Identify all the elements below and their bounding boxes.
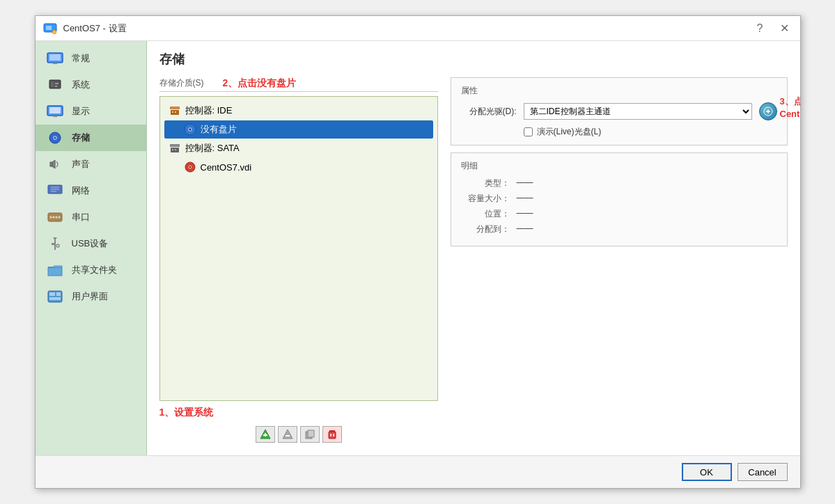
attributes-title: 属性	[461, 85, 777, 97]
main-content: 常规 系统	[36, 41, 800, 455]
attributes-panel: 属性 分配光驱(D): 第二IDE控制器主通道	[451, 77, 788, 446]
svg-point-16	[54, 137, 56, 139]
no-disk-label: 没有盘片	[201, 123, 237, 136]
ide-controller-label: 控制器: IDE	[185, 104, 233, 117]
live-cd-row: 演示(Live)光盘(L)	[524, 126, 777, 138]
svg-point-3	[53, 31, 56, 33]
sidebar-label-storage: 存储	[72, 132, 90, 144]
svg-rect-1	[46, 26, 52, 30]
svg-rect-32	[49, 292, 55, 296]
capacity-value: ——	[517, 193, 533, 205]
ui-icon	[45, 289, 65, 304]
type-label: 类型：	[461, 178, 510, 189]
folder-icon	[45, 262, 65, 278]
vdi-label: CentOS7.vdi	[201, 162, 252, 173]
svg-point-46	[189, 166, 191, 168]
media-toolbar	[159, 423, 438, 446]
svg-point-26	[58, 216, 60, 219]
sidebar-label-system: 系统	[72, 79, 90, 91]
columns: 存储介质(S) 2、点击没有盘片	[159, 77, 788, 446]
sidebar: 常规 系统	[36, 41, 147, 455]
live-cd-label: 演示(Live)光盘(L)	[537, 126, 602, 138]
live-cd-checkbox[interactable]	[524, 127, 533, 136]
sidebar-label-usb: USB设备	[72, 237, 109, 250]
sidebar-item-serial[interactable]: 串口	[36, 204, 146, 230]
tree-sata-controller[interactable]: 控制器: SATA	[164, 139, 433, 158]
sidebar-item-network[interactable]: 网络	[36, 178, 146, 204]
type-row: 类型： ——	[461, 178, 777, 189]
audio-icon	[45, 157, 65, 172]
svg-rect-43	[175, 149, 176, 150]
svg-rect-8	[51, 81, 54, 87]
svg-rect-9	[55, 83, 58, 84]
system-icon	[45, 77, 65, 93]
sidebar-item-usb[interactable]: USB设备	[36, 230, 146, 257]
storage-icon	[45, 130, 65, 145]
tree-no-disk[interactable]: 没有盘片	[164, 120, 433, 139]
location-row: 位置： ——	[461, 208, 777, 220]
svg-marker-28	[53, 237, 57, 240]
svg-rect-55	[329, 432, 336, 439]
sidebar-label-display: 显示	[72, 105, 90, 118]
drive-label: 分配光驱(D):	[461, 106, 517, 118]
capacity-label: 容量大小：	[461, 193, 510, 205]
sidebar-item-shared[interactable]: 共享文件夹	[36, 257, 146, 283]
attributes-section: 属性 分配光驱(D): 第二IDE控制器主通道	[451, 77, 788, 145]
bottom-bar: OK Cancel	[36, 455, 800, 488]
annotation-step3: 3、点这里添加自己下载CentOS系统	[780, 95, 800, 120]
location-label: 位置：	[461, 208, 510, 220]
sidebar-item-storage[interactable]: 存储	[36, 125, 146, 151]
sata-icon	[169, 142, 181, 155]
sidebar-label-shared: 共享文件夹	[72, 264, 117, 276]
sidebar-item-display[interactable]: 显示	[36, 98, 146, 125]
annotation-step1: 1、设置系统	[159, 407, 438, 419]
vdi-icon	[184, 161, 196, 173]
sidebar-item-system[interactable]: 系统	[36, 72, 146, 98]
serial-icon	[45, 210, 65, 225]
add-disk-button[interactable]	[759, 102, 777, 120]
svg-rect-10	[55, 86, 57, 87]
delete-storage-button[interactable]	[322, 426, 342, 443]
svg-rect-37	[175, 111, 176, 113]
cancel-button[interactable]: Cancel	[738, 463, 788, 481]
svg-point-30	[56, 244, 59, 247]
svg-point-24	[52, 216, 54, 219]
titlebar-controls: ? ✕	[753, 20, 793, 36]
tree-vdi-file[interactable]: CentOS7.vdi	[164, 158, 433, 176]
add-controller-button[interactable]	[256, 426, 275, 443]
sidebar-label-audio: 声音	[72, 158, 90, 171]
sidebar-label-general: 常规	[72, 52, 90, 65]
ok-button[interactable]: OK	[682, 463, 732, 481]
drive-select[interactable]: 第二IDE控制器主通道	[524, 103, 752, 120]
drive-row: 分配光驱(D): 第二IDE控制器主通道	[461, 102, 777, 120]
location-value: ——	[517, 208, 533, 220]
capacity-row: 容量大小： ——	[461, 193, 777, 205]
ide-icon	[169, 104, 181, 117]
sidebar-item-audio[interactable]: 声音	[36, 151, 146, 178]
page-title: 存储	[159, 51, 788, 68]
app-icon	[42, 21, 58, 36]
svg-rect-34	[49, 297, 61, 300]
network-icon	[45, 183, 65, 198]
detail-title: 明细	[461, 160, 777, 172]
tree-ide-controller[interactable]: 控制器: IDE	[164, 101, 433, 120]
copy-storage-button[interactable]	[300, 426, 320, 443]
sidebar-item-general[interactable]: 常规	[36, 45, 146, 72]
svg-rect-49	[263, 434, 267, 436]
storage-media-panel: 存储介质(S) 2、点击没有盘片	[159, 77, 438, 446]
svg-rect-36	[172, 111, 173, 113]
close-button[interactable]: ✕	[776, 20, 793, 36]
remove-controller-button[interactable]	[278, 426, 297, 443]
annotation-step2: 2、点击没有盘片	[223, 77, 297, 90]
settings-window: CentOS7 - 设置 ? ✕ 常规	[35, 15, 801, 489]
sidebar-item-ui[interactable]: 用户界面	[36, 283, 146, 310]
right-panel: 存储 存储介质(S) 2、点击没有盘片	[147, 41, 800, 455]
assigned-row: 分配到： ——	[461, 223, 777, 235]
svg-marker-50	[283, 430, 292, 439]
sidebar-label-ui: 用户界面	[72, 290, 108, 303]
help-button[interactable]: ?	[753, 21, 767, 36]
sidebar-label-network: 网络	[72, 184, 90, 197]
svg-rect-51	[286, 435, 290, 436]
svg-rect-42	[172, 149, 173, 150]
type-value: ——	[517, 178, 533, 189]
